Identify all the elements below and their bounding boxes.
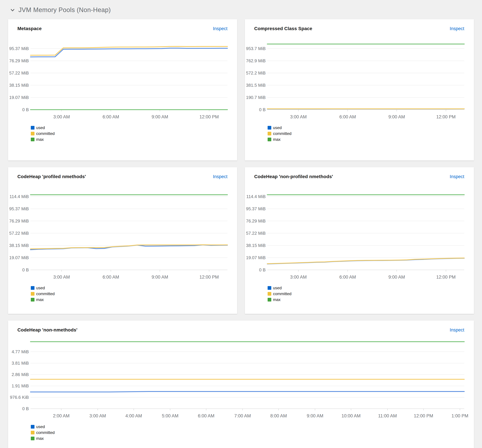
svg-text:0 B: 0 B — [22, 107, 29, 112]
chevron-down-icon — [10, 8, 15, 13]
legend-swatch-committed-icon — [31, 431, 34, 434]
svg-text:3:00 AM: 3:00 AM — [53, 114, 70, 119]
svg-text:6:00 AM: 6:00 AM — [198, 413, 214, 418]
legend-item-used: used — [31, 424, 474, 429]
section-toggle[interactable]: JVM Memory Pools (Non-Heap) — [10, 6, 111, 14]
card-header: Compressed Class Space Inspect — [245, 26, 474, 31]
svg-text:11:00 AM: 11:00 AM — [378, 413, 397, 418]
svg-text:9:00 AM: 9:00 AM — [388, 114, 405, 119]
legend-label: committed — [36, 131, 55, 136]
chart-row-2: CodeHeap 'profiled nmethods' Inspect 0 B… — [8, 167, 474, 314]
section-title: JVM Memory Pools (Non-Heap) — [18, 6, 111, 14]
svg-text:4.77 MiB: 4.77 MiB — [12, 349, 29, 354]
svg-text:57.22 MiB: 57.22 MiB — [9, 231, 29, 236]
svg-text:57.22 MiB: 57.22 MiB — [9, 71, 29, 75]
chart-legend-codeheap-profiled: usedcommittedmax — [31, 286, 237, 302]
inspect-link-compressed-class-space[interactable]: Inspect — [450, 26, 464, 31]
svg-text:572.2 MiB: 572.2 MiB — [246, 71, 266, 75]
svg-text:76.29 MiB: 76.29 MiB — [246, 218, 266, 224]
svg-text:76.29 MiB: 76.29 MiB — [9, 58, 29, 63]
chart-title-metaspace: Metaspace — [17, 26, 42, 31]
chart-canvas-codeheap-profiled: 0 B19.07 MiB38.15 MiB57.22 MiB76.29 MiB9… — [8, 184, 237, 283]
legend-item-max: max — [31, 436, 474, 441]
chart-legend-metaspace: usedcommittedmax — [31, 125, 237, 142]
legend-swatch-used-icon — [31, 286, 34, 290]
svg-text:3:00 AM: 3:00 AM — [53, 275, 70, 280]
svg-text:76.29 MiB: 76.29 MiB — [9, 218, 29, 224]
legend-item-committed: committed — [31, 131, 237, 136]
svg-text:3:00 AM: 3:00 AM — [290, 275, 307, 280]
svg-text:95.37 MiB: 95.37 MiB — [9, 46, 29, 51]
card-codeheap-non-profiled: CodeHeap 'non-profiled nmethods' Inspect… — [245, 167, 474, 314]
svg-text:0 B: 0 B — [259, 107, 266, 112]
chart-row-3: CodeHeap 'non-nmethods' Inspect 0 B976.6… — [8, 320, 474, 448]
svg-text:12:00 PM: 12:00 PM — [414, 413, 433, 418]
svg-text:953.7 MiB: 953.7 MiB — [246, 46, 266, 51]
chart-row-1: Metaspace Inspect 0 B19.07 MiB38.15 MiB5… — [8, 19, 474, 160]
svg-text:9:00 AM: 9:00 AM — [307, 413, 323, 418]
svg-text:57.22 MiB: 57.22 MiB — [246, 231, 266, 236]
legend-label: max — [273, 137, 280, 142]
chart-title-compressed-class-space: Compressed Class Space — [254, 26, 312, 31]
card-header: CodeHeap 'profiled nmethods' Inspect — [8, 174, 237, 179]
chart-legend-compressed-class-space: usedcommittedmax — [268, 125, 474, 142]
chart-title-codeheap-non-nmethods: CodeHeap 'non-nmethods' — [17, 327, 78, 333]
svg-text:3:00 AM: 3:00 AM — [89, 413, 106, 418]
legend-swatch-max-icon — [31, 298, 34, 302]
card-compressed-class-space: Compressed Class Space Inspect 0 B190.7 … — [245, 19, 474, 160]
inspect-link-codeheap-non-profiled[interactable]: Inspect — [450, 174, 464, 179]
legend-label: used — [36, 125, 45, 130]
legend-swatch-used-icon — [268, 286, 271, 290]
legend-label: max — [36, 297, 44, 302]
legend-swatch-committed-icon — [268, 292, 271, 296]
svg-text:114.4 MiB: 114.4 MiB — [9, 194, 29, 199]
chart-legend-codeheap-non-nmethods: usedcommittedmax — [31, 424, 474, 441]
chart-canvas-codeheap-non-profiled: 0 B19.07 MiB38.15 MiB57.22 MiB76.29 MiB9… — [245, 184, 474, 283]
inspect-link-codeheap-non-nmethods[interactable]: Inspect — [450, 328, 464, 333]
legend-label: committed — [273, 131, 292, 136]
svg-text:4:00 AM: 4:00 AM — [125, 413, 142, 418]
svg-text:9:00 AM: 9:00 AM — [152, 275, 168, 280]
svg-text:6:00 AM: 6:00 AM — [340, 275, 356, 280]
card-codeheap-non-nmethods: CodeHeap 'non-nmethods' Inspect 0 B976.6… — [8, 320, 474, 448]
legend-swatch-used-icon — [268, 126, 271, 130]
svg-text:12:00 PM: 12:00 PM — [436, 275, 456, 280]
svg-text:9:00 AM: 9:00 AM — [388, 275, 405, 280]
legend-swatch-max-icon — [268, 298, 271, 302]
svg-text:762.9 MiB: 762.9 MiB — [246, 58, 266, 63]
legend-label: used — [36, 424, 45, 429]
legend-label: max — [273, 297, 280, 302]
svg-text:6:00 AM: 6:00 AM — [340, 114, 356, 119]
svg-text:38.15 MiB: 38.15 MiB — [246, 243, 266, 248]
card-header: CodeHeap 'non-profiled nmethods' Inspect — [245, 174, 474, 179]
legend-swatch-max-icon — [268, 138, 271, 141]
inspect-link-metaspace[interactable]: Inspect — [213, 26, 228, 31]
svg-text:1.91 MiB: 1.91 MiB — [12, 383, 29, 388]
line-chart: 0 B19.07 MiB38.15 MiB57.22 MiB76.29 MiB9… — [8, 36, 237, 122]
legend-item-used: used — [268, 286, 474, 290]
legend-label: used — [36, 286, 45, 290]
legend-item-used: used — [31, 286, 237, 290]
svg-text:2:00 AM: 2:00 AM — [53, 413, 70, 418]
legend-item-committed: committed — [31, 291, 237, 296]
legend-item-used: used — [268, 125, 474, 130]
card-header: CodeHeap 'non-nmethods' Inspect — [8, 327, 474, 333]
legend-label: committed — [36, 291, 55, 296]
svg-text:976.6 KiB: 976.6 KiB — [10, 395, 29, 400]
svg-text:2.86 MiB: 2.86 MiB — [12, 372, 29, 377]
line-chart: 0 B19.07 MiB38.15 MiB57.22 MiB76.29 MiB9… — [8, 184, 237, 283]
legend-item-committed: committed — [268, 291, 474, 296]
line-chart: 0 B976.6 KiB1.91 MiB2.86 MiB3.81 MiB4.77… — [8, 340, 474, 421]
svg-text:12:00 PM: 12:00 PM — [199, 275, 219, 280]
svg-text:7:00 AM: 7:00 AM — [234, 413, 251, 418]
svg-text:0 B: 0 B — [259, 267, 266, 272]
legend-item-used: used — [31, 125, 237, 130]
legend-label: committed — [36, 430, 55, 435]
svg-text:9:00 AM: 9:00 AM — [152, 114, 168, 119]
chart-title-codeheap-non-profiled: CodeHeap 'non-profiled nmethods' — [254, 174, 333, 179]
svg-text:38.15 MiB: 38.15 MiB — [9, 83, 29, 88]
svg-text:95.37 MiB: 95.37 MiB — [246, 206, 266, 211]
legend-swatch-max-icon — [31, 138, 34, 141]
inspect-link-codeheap-profiled[interactable]: Inspect — [213, 174, 228, 179]
legend-swatch-max-icon — [31, 437, 34, 440]
